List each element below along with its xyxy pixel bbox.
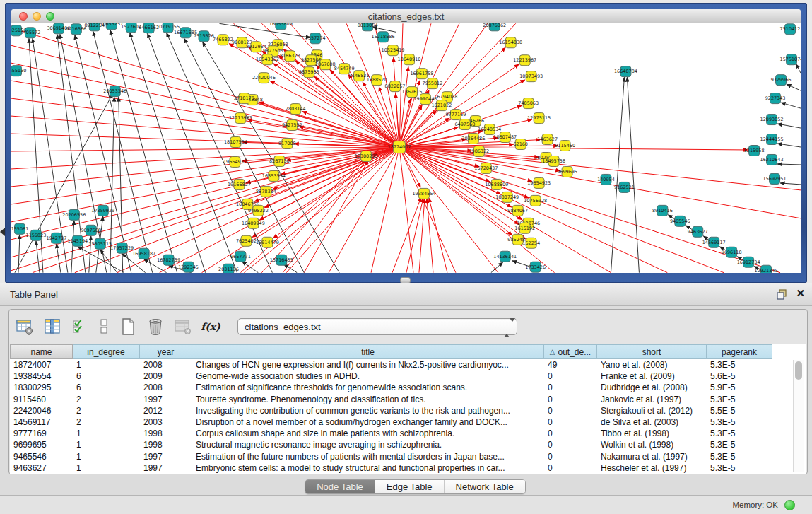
citation-edge[interactable] [429, 198, 447, 273]
table-cell: 19384554 [10, 370, 73, 382]
graph-node-label: 10655257 [100, 23, 123, 27]
table-row[interactable]: 1938455462009Genome-wide association stu… [10, 370, 806, 382]
tab-edge-table[interactable]: Edge Table [375, 480, 444, 493]
citation-edge[interactable] [399, 23, 488, 147]
float-panel-button[interactable] [776, 288, 788, 300]
citation-edge[interactable] [787, 84, 801, 90]
graph-node-label: 17957229 [110, 245, 134, 251]
citation-edge[interactable] [399, 147, 413, 273]
citation-edge[interactable] [57, 244, 61, 273]
sort-ascending-icon: △ [550, 348, 555, 356]
table-row[interactable]: 946362711997Embryonic stem cells: a mode… [10, 462, 806, 474]
table-row[interactable]: 946554611997Estimation of the future num… [10, 451, 806, 462]
table-scrollbar[interactable] [793, 360, 804, 472]
table-row[interactable]: 2242004622012Investigating the contribut… [10, 405, 806, 416]
citation-edge[interactable] [18, 235, 20, 273]
table-row[interactable]: 1456911722003Disruption of a novel membe… [10, 416, 806, 428]
citation-edge[interactable] [781, 103, 801, 108]
table-cell: Stergiakouli et al. (2012) [597, 405, 707, 416]
table-cell: 9115460 [10, 394, 73, 405]
table-cell: 0 [544, 451, 597, 462]
column-header-out_de[interactable]: △out_de... [544, 344, 597, 359]
table-cell: 22420046 [10, 405, 73, 416]
table-cell: 1 [73, 462, 140, 474]
show-column-icon[interactable] [43, 317, 61, 336]
table-row[interactable]: 1872400712008Changes of HCN gene express… [10, 359, 806, 370]
scrollbar-thumb[interactable] [795, 361, 802, 380]
table-row[interactable]: 911546021997Tourette syndrome. Phenomeno… [10, 394, 806, 405]
table-row[interactable]: 969969511998Structural magnetic resonanc… [10, 439, 806, 450]
function-icon[interactable]: f(x) [201, 317, 220, 336]
citation-edge[interactable] [36, 241, 40, 273]
citation-edge[interactable] [796, 64, 801, 73]
citation-edge[interactable] [71, 221, 74, 273]
table-settings-icon[interactable] [16, 317, 34, 336]
citation-edge[interactable] [392, 197, 421, 273]
citation-edge[interactable] [780, 183, 801, 185]
graph-node-label: 8215958 [744, 148, 765, 153]
tab-node-table[interactable]: Node Table [305, 480, 375, 493]
column-header-name[interactable]: name [10, 344, 73, 359]
row-height-icon[interactable] [98, 317, 110, 336]
column-header-title[interactable]: title [192, 344, 544, 359]
graph-node-label: 9162521 [614, 185, 635, 190]
memory-ok-indicator-icon[interactable] [784, 500, 795, 510]
citation-edge[interactable] [167, 33, 273, 272]
table-cell: Corpus callosum shape and size in male p… [192, 428, 544, 439]
table-cell: Yano et al. (2008) [597, 359, 707, 370]
graph-node-label: 18807249 [495, 194, 519, 200]
citation-edge[interactable] [11, 147, 399, 204]
table-cell: 2 [73, 394, 140, 405]
citation-edge[interactable] [611, 77, 624, 273]
network-graph[interactable]: 7465822966012389129542226058982750381863… [11, 23, 801, 273]
citation-edge[interactable] [777, 144, 801, 147]
citation-edge[interactable] [777, 124, 801, 128]
table-cell: de Silva et al. (2003) [597, 416, 707, 428]
table-cell: 1998 [140, 428, 192, 439]
column-header-short[interactable]: short [597, 344, 707, 359]
citation-edge[interactable] [399, 147, 801, 190]
citation-edge[interactable] [777, 164, 801, 165]
table-cell: 1997 [140, 462, 192, 474]
table-cell: 0 [544, 416, 597, 428]
column-header-year[interactable]: year [140, 344, 192, 359]
tab-network-table[interactable]: Network Table [444, 480, 525, 493]
network-window-titlebar[interactable]: citations_edges.txt [11, 9, 801, 23]
citation-edge[interactable] [219, 23, 310, 37]
table-cell: 2 [73, 405, 140, 416]
table-selector-combobox[interactable]: citations_edges.txt [237, 318, 517, 335]
citation-edge[interactable] [11, 63, 399, 147]
memory-status-label: Memory: OK [732, 501, 778, 509]
graph-node-label: 1615192 [514, 226, 535, 231]
close-panel-button[interactable]: ✕ [796, 287, 805, 300]
network-canvas[interactable]: 7465822966012389129542226058982750381863… [11, 23, 801, 273]
graph-node-label: 19654923 [527, 180, 551, 186]
graph-node-label: 19166827 [228, 182, 251, 187]
graph-node-label: 9777169 [445, 112, 466, 117]
citation-edge[interactable] [11, 28, 399, 147]
network-window-frame[interactable]: citations_edges.txt 74658229660123891295… [5, 3, 807, 283]
graph-node-label: 2655130 [11, 68, 26, 74]
graph-node-label: 2031136 [218, 267, 239, 272]
collapsed-panel-arrow-icon[interactable] [0, 228, 5, 236]
new-table-icon[interactable] [119, 317, 137, 336]
graph-node-label: 18107554 [224, 139, 247, 145]
citation-edge[interactable] [427, 199, 433, 273]
citation-edge[interactable] [419, 199, 425, 273]
citation-edge[interactable] [270, 81, 399, 147]
graph-node-label: 12213967 [513, 57, 536, 63]
table-cell: Dudbridge et al. (2008) [597, 382, 707, 393]
table-row[interactable]: 977716911998Corpus callosum shape and si… [10, 428, 806, 439]
citation-edge[interactable] [330, 70, 399, 147]
select-columns-icon[interactable] [71, 317, 89, 336]
citation-edge[interactable] [148, 33, 237, 272]
citation-edge[interactable] [627, 77, 639, 273]
citation-edge[interactable] [371, 147, 399, 273]
delete-icon[interactable] [146, 317, 165, 336]
column-header-in_degree[interactable]: in_degree [73, 344, 140, 359]
table-row[interactable]: 1830029562008Estimation of significance … [10, 382, 806, 393]
graph-node-label: 9696118 [722, 250, 742, 255]
graph-node-label: 15751074 [780, 57, 801, 62]
column-header-pagerank[interactable]: pagerank [707, 344, 772, 359]
window-title: citations_edges.txt [11, 11, 801, 22]
